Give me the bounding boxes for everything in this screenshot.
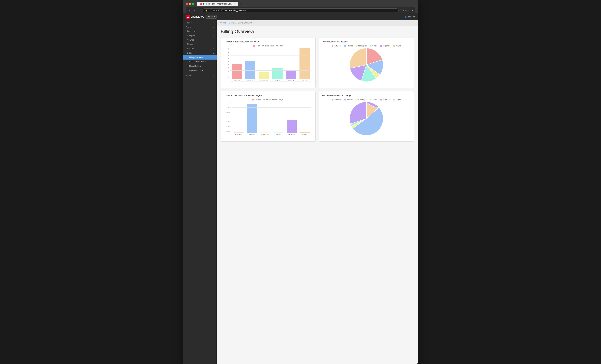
- chevron-down-icon: ▾: [214, 16, 215, 18]
- sidebar-item-system[interactable]: System ›: [183, 46, 217, 51]
- chart4-title: Active Resource Price Charged: [322, 94, 411, 97]
- legend-label-price: This Month All Resource Price Charged: [255, 99, 284, 101]
- project-label: Project: [186, 22, 192, 24]
- chart1-bars: instances volumes floating_ips: [230, 48, 311, 82]
- breadcrumb-sep1: /: [227, 22, 227, 24]
- legend4-snapshots: snapshots: [380, 99, 390, 101]
- openstack-logo: ☁ openstack.: [186, 15, 204, 19]
- chart-active-resource-allocation: Active Resource Allocation instances vol…: [319, 38, 414, 88]
- page-title: Billing Overview: [221, 29, 414, 34]
- chevron-right-icon: ›: [213, 74, 214, 76]
- legend4-routers: routers: [370, 99, 377, 101]
- billing-overview-label: Billing Overview: [189, 56, 203, 59]
- zoom-level: 90%: [400, 9, 404, 12]
- tab-bar: 🔴 Billing Setting - OpenStack Das... ✕ +: [197, 2, 243, 6]
- sidebar-item-price-config[interactable]: Price Configuration: [183, 60, 217, 64]
- legend-images: images: [393, 45, 401, 47]
- app-topbar: ☁ openstack. admin ▾ 👤 admin ▾: [183, 13, 418, 20]
- maximize-button[interactable]: [192, 3, 194, 5]
- chart1-title: This Month Total Resource Allocation: [223, 40, 313, 43]
- address-bar[interactable]: 🔒 172.10.10.10:8080/admin/billing_overvi…: [202, 8, 399, 12]
- sidebar-item-billing-overview[interactable]: Billing Overview: [183, 55, 217, 60]
- legend-instances: instances: [332, 45, 341, 47]
- toolbar-icons: 90% ☆ 🛡 ≡: [400, 9, 413, 12]
- browser-titlebar: 🔴 Billing Setting - OpenStack Das... ✕ +: [186, 2, 415, 6]
- chevron-right-icon: ›: [213, 35, 214, 37]
- network-label: Network: [187, 43, 195, 45]
- user-menu[interactable]: 👤 admin ▾: [404, 16, 415, 18]
- legend-label: This Month Total Resource Allocation: [256, 45, 283, 47]
- chart2-legend: instances volumes floating_ips routers s…: [322, 45, 411, 47]
- legend-snapshots: snapshots: [380, 45, 390, 47]
- tab-close-icon[interactable]: ✕: [234, 3, 236, 5]
- chart3-y-axis: 300,000250,000200,000150,000100,00050,00…: [223, 102, 232, 132]
- legend-volumes: volumes: [344, 45, 353, 47]
- app-container: ☁ openstack. admin ▾ 👤 admin ▾ Project: [183, 13, 418, 364]
- chevron-right-icon: ›: [213, 48, 214, 50]
- browser-toolbar: ← → ↻ 🔒 172.10.10.10:8080/admin/billing_…: [186, 7, 415, 13]
- sidebar: Project › Admin ⌄ Overview Compute › Vol…: [183, 20, 217, 364]
- bar-routers: routers: [271, 48, 284, 82]
- chart3-area: 300,000250,000200,000150,000100,00050,00…: [223, 102, 313, 139]
- browser-chrome: 🔴 Billing Setting - OpenStack Das... ✕ +…: [183, 0, 418, 13]
- forward-button[interactable]: →: [193, 8, 197, 12]
- legend-item-price: This Month All Resource Price Charged: [252, 99, 284, 101]
- menu-icon[interactable]: ≡: [412, 9, 413, 12]
- bar-snapshots: snapshots: [285, 48, 298, 82]
- breadcrumb-billing[interactable]: Billing: [229, 22, 234, 24]
- breadcrumb-admin[interactable]: Admin: [220, 22, 226, 24]
- chevron-down-icon: ⌄: [213, 52, 214, 54]
- topbar-left: ☁ openstack. admin ▾: [186, 15, 217, 19]
- chart2-pie-container: [322, 48, 411, 82]
- breadcrumb: Admin / Billing / Billing Overview: [217, 20, 418, 26]
- sidebar-item-network[interactable]: Network ›: [183, 42, 217, 46]
- close-button[interactable]: [186, 3, 188, 5]
- sidebar-item-overview[interactable]: Overview: [183, 29, 217, 33]
- page-content: Billing Overview This Month Total Resour…: [217, 26, 418, 145]
- bar-images: images: [298, 48, 311, 82]
- tab-favicon: 🔴: [200, 3, 202, 5]
- admin-label: admin: [208, 16, 213, 18]
- chart-total-price-charged: This Month All Resource Price Charged Th…: [221, 91, 316, 142]
- price-config-label: Price Configuration: [189, 61, 206, 63]
- chevron-right-icon: ›: [213, 39, 214, 41]
- identity-label: Identity: [186, 74, 192, 76]
- main-layout: Project › Admin ⌄ Overview Compute › Vol…: [183, 20, 418, 364]
- sidebar-item-volume[interactable]: Volume ›: [183, 38, 217, 42]
- sidebar-item-billing-setting[interactable]: Billing Setting: [183, 64, 217, 68]
- overview-label: Overview: [187, 30, 196, 32]
- sidebar-item-project[interactable]: Project ›: [183, 20, 217, 25]
- bar-instances: instances: [230, 48, 243, 82]
- back-button[interactable]: ←: [188, 8, 191, 12]
- sidebar-item-admin[interactable]: Admin ⌄: [183, 25, 217, 29]
- sidebar-item-compute[interactable]: Compute ›: [183, 33, 217, 38]
- chart2-title: Active Resource Allocation: [322, 40, 411, 43]
- user-icon: 👤: [404, 16, 407, 18]
- chart-active-price-charged: Active Resource Price Charged instances …: [319, 91, 414, 142]
- bookmark-icon[interactable]: ☆: [405, 9, 407, 12]
- sidebar-item-identity[interactable]: Identity ›: [183, 73, 217, 77]
- admin-dropdown[interactable]: admin ▾: [206, 15, 217, 19]
- url-text: 172.10.10.10:8080/admin/billing_overview…: [209, 9, 247, 11]
- new-tab-button[interactable]: +: [239, 2, 243, 6]
- refresh-button[interactable]: ↻: [198, 8, 201, 12]
- chevron-down-icon: ⌄: [213, 26, 214, 28]
- sidebar-item-projects-invoice[interactable]: Projects Invoice: [183, 68, 217, 73]
- sidebar-item-billing[interactable]: Billing ⌄: [183, 51, 217, 55]
- system-label: System: [187, 48, 194, 50]
- compute-label: Compute: [187, 34, 195, 37]
- legend4-instances: instances: [332, 99, 341, 101]
- logo-icon: ☁: [186, 15, 190, 19]
- tab-title: Billing Setting - OpenStack Das...: [203, 3, 233, 5]
- pie-chart-4: [350, 102, 383, 135]
- billing-label: Billing: [187, 52, 192, 54]
- shield-icon: 🛡: [408, 9, 411, 12]
- chevron-right-icon: ›: [213, 22, 214, 24]
- minimize-button[interactable]: [189, 3, 191, 5]
- active-tab[interactable]: 🔴 Billing Setting - OpenStack Das... ✕: [197, 2, 238, 6]
- chart-total-resource-allocation: This Month Total Resource Allocation Thi…: [221, 38, 316, 88]
- legend-color: [253, 45, 255, 47]
- bar-volumes: volumes: [244, 48, 257, 82]
- legend4-floating-ips: floating_ips: [356, 99, 367, 101]
- legend4-images: images: [393, 99, 401, 101]
